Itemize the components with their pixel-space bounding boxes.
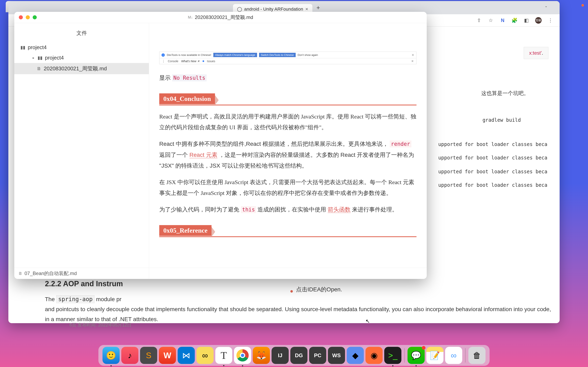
avatar[interactable]: 莹颖 <box>535 17 542 24</box>
dock-wps[interactable]: W <box>159 347 176 364</box>
dock-music[interactable]: ♪ <box>121 347 138 364</box>
dock-webstorm[interactable]: WS <box>328 347 345 364</box>
extensions-icon[interactable]: 🧩 <box>511 17 518 24</box>
dock-notes[interactable]: 📝 <box>426 347 443 364</box>
log-line: upported for boot loader classes beca <box>438 142 547 147</box>
share-icon[interactable]: ⇧ <box>476 17 482 24</box>
log-line: upported for boot loader classes beca <box>438 169 547 175</box>
close-icon: ✕ <box>411 59 414 63</box>
devtools-screenshot: i DevTools is now available in Chinese! … <box>159 52 416 64</box>
menu-icon: ⋮ <box>162 59 165 63</box>
menu-dots-icon[interactable]: ⋮ <box>547 17 553 24</box>
folder-icon: ▮▮ <box>38 55 43 60</box>
dock-vscode[interactable]: ⋈ <box>178 347 195 364</box>
cursor-icon: ↖ <box>365 318 370 324</box>
paragraph: The spring-aop module pr <box>45 294 555 304</box>
file-sidebar: 文件 ▮▮ project4 ▸ ▮▮ project4 🗎 202083020… <box>14 23 149 279</box>
extension-n-icon[interactable]: N <box>500 17 506 24</box>
folder-icon: ▮▮ <box>20 45 25 50</box>
paragraph: 为了少输入代码，同时为了避免 this 造成的困扰，在实验中使用 箭头函数 来进… <box>159 204 416 215</box>
editor-statusbar[interactable]: 🗎 07_Bean的自动装配.md <box>14 268 427 279</box>
markdown-editor-window: M↓ 202083020021_周莹颖.md 文件 ▮▮ project4 ▸ … <box>14 12 427 279</box>
dock-separator <box>465 348 466 363</box>
paragraph: React 中拥有多种不同类型的组件,React 根据描述，然后把结果展示出来。… <box>159 138 416 171</box>
page-credit: 6页 发布时间: 2022年05月12日 <box>69 321 131 329</box>
paragraph: 显示 No Results <box>159 72 416 83</box>
webpage-content: 2.2.2 AOP and Instrum ● 点击IDEA的Open. The… <box>45 277 555 324</box>
dock-firefox[interactable]: 🦊 <box>253 347 270 364</box>
document-icon: 🗎 <box>18 271 22 276</box>
document-icon: 🗎 <box>37 66 41 71</box>
sidebar-item-folder[interactable]: ▸ ▮▮ project4 <box>14 53 149 63</box>
dock-chrome[interactable] <box>234 347 251 364</box>
notification-dot-icon <box>581 4 584 7</box>
bookmark-icon[interactable]: ☆ <box>488 17 494 24</box>
section-heading: 0x05_Reference <box>159 225 416 237</box>
code-snippet: x:test'. <box>524 47 548 59</box>
dock-separator <box>404 348 405 363</box>
sidebar-item-file[interactable]: 🗎 202083020021_周莹颖.md <box>14 63 149 74</box>
bullet-icon: ● <box>290 286 293 296</box>
section-heading: 0x04_Conclusion <box>159 93 416 105</box>
dock-terminal[interactable]: >_ <box>384 347 401 364</box>
editor-title: M↓ 202083020021_周莹颖.md <box>188 14 253 21</box>
info-icon: i <box>162 53 165 57</box>
markdown-file-icon: M↓ <box>188 15 193 20</box>
chevron-down-icon[interactable]: ⌄ <box>545 4 547 8</box>
paragraph: React 是一个声明式，高效且灵活的用于构建用户界面的 JavaScript … <box>159 111 416 133</box>
chrome-tab-favicon-icon: ◯ <box>237 7 242 12</box>
close-icon[interactable]: ✕ <box>305 7 308 11</box>
editor-content[interactable]: i DevTools is now available in Chinese! … <box>149 23 427 279</box>
dock-intellij[interactable]: IJ <box>272 347 289 364</box>
dock: 🙂 ♪ S W ⋈ ∞ T 🦊 IJ DG PC WS ◆ ◉ >_ 💬 📝 ∞… <box>98 345 490 366</box>
chevron-right-icon[interactable]: ▸ <box>33 56 34 60</box>
minimize-button[interactable] <box>26 15 30 19</box>
chrome-tab-title: android - Unity ARFoundation <box>244 7 303 12</box>
dock-datagrip[interactable]: DG <box>290 347 307 364</box>
add-tab-button[interactable]: + <box>316 4 320 11</box>
page-code: gradlew build <box>483 117 521 123</box>
notification-dot-icon <box>203 60 204 62</box>
link[interactable]: 箭头函数 <box>328 206 351 213</box>
maximize-button[interactable] <box>33 15 37 19</box>
dock-wechatdev[interactable]: ∞ <box>196 347 214 364</box>
window-controls <box>19 15 37 19</box>
dock-trash[interactable]: 🗑 <box>468 347 485 364</box>
sidebar-title: 文件 <box>14 27 149 39</box>
log-line: upported for boot loader classes beca <box>438 182 547 188</box>
dock-sublime[interactable]: S <box>140 347 157 364</box>
dock-postman[interactable]: ◉ <box>365 347 383 364</box>
sidepanel-icon[interactable]: ◧ <box>523 17 529 24</box>
dock-tool[interactable]: ◆ <box>347 347 364 364</box>
bullet-text: 点击IDEA的Open. <box>296 284 342 294</box>
link[interactable]: React 元素 <box>190 152 217 158</box>
close-icon: ✕ <box>412 53 414 57</box>
dock-pycharm[interactable]: PC <box>309 347 326 364</box>
paragraph: 在 JSX 中你可以任意使用 JavaScript 表达式，只需要用一个大括号把… <box>159 177 416 198</box>
dock-finder[interactable]: 🙂 <box>103 347 120 364</box>
log-line: upported for boot loader classes beca <box>438 155 547 161</box>
page-text: 这也算是一个坑吧。 <box>481 90 529 97</box>
sidebar-item-folder[interactable]: ▮▮ project4 <box>14 42 149 53</box>
dock-cloud[interactable]: ∞ <box>445 347 462 364</box>
editor-titlebar: M↓ 202083020021_周莹颖.md <box>14 12 427 23</box>
close-button[interactable] <box>19 15 23 19</box>
dock-typora[interactable]: T <box>215 347 232 364</box>
dock-wechat[interactable]: 💬 <box>407 347 425 364</box>
